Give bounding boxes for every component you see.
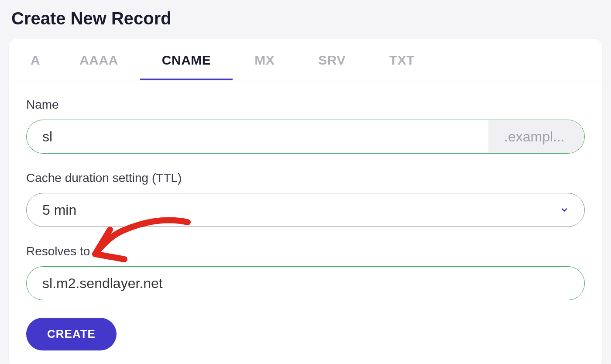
record-type-tabs: A AAAA CNAME MX SRV TXT xyxy=(9,39,602,80)
name-group: Name .exampl... xyxy=(26,98,585,154)
ttl-group: Cache duration setting (TTL) 5 min xyxy=(26,171,585,227)
tab-aaaa[interactable]: AAAA xyxy=(58,39,140,80)
resolves-input[interactable] xyxy=(27,267,584,300)
ttl-label: Cache duration setting (TTL) xyxy=(26,171,585,185)
resolves-input-wrapper xyxy=(26,266,585,300)
name-input-wrapper: .exampl... xyxy=(26,120,585,154)
record-card: A AAAA CNAME MX SRV TXT Name .exampl... … xyxy=(9,39,602,364)
tab-a[interactable]: A xyxy=(26,39,58,80)
ttl-select[interactable]: 5 min xyxy=(26,193,585,227)
page-title: Create New Record xyxy=(11,9,602,28)
ttl-value: 5 min xyxy=(42,202,560,218)
chevron-down-icon xyxy=(560,206,569,214)
tab-mx[interactable]: MX xyxy=(233,39,296,80)
name-domain-suffix: .exampl... xyxy=(488,120,584,153)
resolves-label: Resolves to xyxy=(26,244,585,258)
name-input[interactable] xyxy=(27,120,488,153)
tab-srv[interactable]: SRV xyxy=(296,39,367,80)
create-button[interactable]: CREATE xyxy=(26,318,117,350)
name-label: Name xyxy=(26,98,585,112)
tab-cname[interactable]: CNAME xyxy=(140,39,233,80)
resolves-group: Resolves to xyxy=(26,244,585,300)
form-body: Name .exampl... Cache duration setting (… xyxy=(9,80,602,364)
tab-txt[interactable]: TXT xyxy=(367,39,436,80)
